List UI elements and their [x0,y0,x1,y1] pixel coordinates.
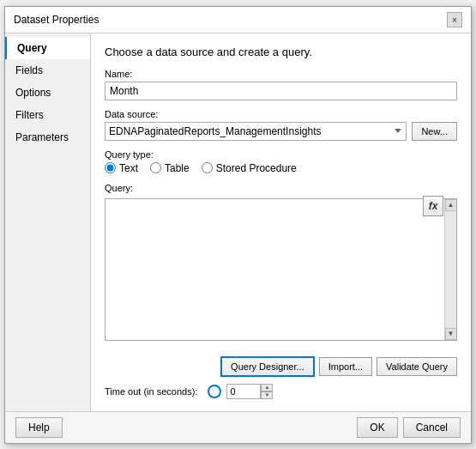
title-bar: Dataset Properties × [5,7,471,33]
sidebar-item-query[interactable]: Query [5,37,90,59]
query-type-row: Text Table Stored Procedure [105,162,457,174]
radio-text-label: Text [119,162,138,174]
query-label: Query: [105,183,457,193]
sidebar-item-fields[interactable]: Fields [5,59,90,82]
timeout-circle-icon [208,385,221,398]
footer: Help OK Cancel [5,411,471,443]
sidebar-item-filters[interactable]: Filters [5,104,90,126]
timeout-label: Time out (in seconds): [105,386,197,397]
datasource-label: Data source: [105,109,457,119]
footer-right: OK Cancel [357,417,461,438]
help-button[interactable]: Help [15,417,63,438]
close-button[interactable]: × [447,12,462,27]
query-scrollbar: ▲ ▼ [444,199,456,340]
scroll-up-icon[interactable]: ▲ [445,199,457,211]
datasource-group: Data source: EDNAPaginatedReports_Manage… [105,109,457,141]
scroll-track [445,211,456,328]
fx-button[interactable]: fx [423,196,443,216]
radio-text-option[interactable]: Text [105,162,138,174]
name-label: Name: [105,69,457,79]
name-input[interactable] [105,82,457,100]
name-group: Name: [105,69,457,100]
radio-text-input[interactable] [105,162,116,173]
ok-button[interactable]: OK [357,417,397,438]
timeout-input[interactable] [226,384,261,399]
scroll-down-icon[interactable]: ▼ [445,328,457,340]
spinner-up-button[interactable]: ▲ [261,384,273,391]
query-type-group: Query type: Text Table Stored Procedure [105,149,457,174]
query-area-wrapper: ▲ ▼ [105,198,457,341]
import-button[interactable]: Import... [319,357,372,376]
radio-stored-input[interactable] [202,162,213,173]
radio-table-option[interactable]: Table [150,162,190,174]
timeout-row: Time out (in seconds): ▲ ▼ [105,384,457,399]
query-textarea[interactable] [105,199,444,340]
query-type-label: Query type: [105,149,457,160]
footer-left: Help [15,417,63,438]
sidebar: Query Fields Options Filters Parameters [5,33,91,411]
main-content: Choose a data source and create a query.… [91,33,471,411]
sidebar-item-parameters[interactable]: Parameters [5,126,90,149]
radio-stored-option[interactable]: Stored Procedure [202,162,297,174]
new-button[interactable]: New... [412,122,457,141]
query-area-container: ▲ ▼ fx [105,196,457,341]
radio-stored-label: Stored Procedure [216,162,297,174]
spinner-buttons: ▲ ▼ [261,384,273,399]
radio-table-input[interactable] [150,162,161,173]
validate-query-button[interactable]: Validate Query [377,357,457,376]
spinner-down-button[interactable]: ▼ [261,391,273,399]
query-group: Query: ▲ ▼ fx [105,183,457,341]
dialog-body: Query Fields Options Filters Parameters … [5,33,471,411]
main-heading: Choose a data source and create a query. [105,46,457,58]
timeout-input-area: ▲ ▼ [226,384,273,399]
dataset-properties-dialog: Dataset Properties × Query Fields Option… [4,6,472,444]
sidebar-item-options[interactable]: Options [5,82,90,104]
query-designer-button[interactable]: Query Designer... [220,356,315,377]
datasource-select[interactable]: EDNAPaginatedReports_ManagementInsights [105,122,407,141]
radio-table-label: Table [165,162,190,174]
dialog-title: Dataset Properties [14,14,99,26]
cancel-button[interactable]: Cancel [403,417,461,438]
datasource-row: EDNAPaginatedReports_ManagementInsights … [105,122,457,141]
bottom-row: Query Designer... Import... Validate Que… [105,356,457,377]
